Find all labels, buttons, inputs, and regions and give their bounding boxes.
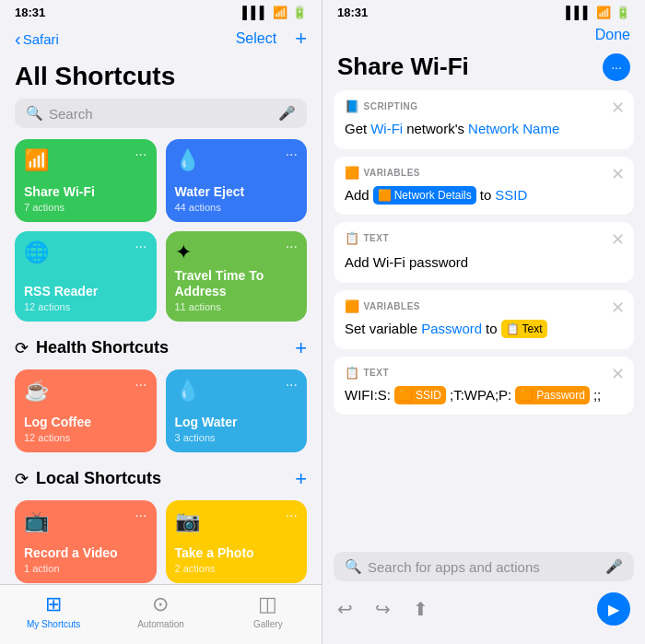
more-icon[interactable]: ··· (286, 146, 298, 163)
action-content: Get Wi-Fi network's Network Name (345, 119, 623, 140)
section-title: Health Shortcuts (36, 338, 169, 357)
battery-icon: 🔋 (616, 6, 630, 19)
search-icon: 🔍 (26, 105, 43, 122)
status-icons-right: ▌▌▌ 📶 🔋 (566, 6, 630, 19)
card-icon: ✦ (175, 240, 299, 264)
search-icon: 🔍 (345, 558, 362, 575)
undo-button[interactable]: ↩ (337, 598, 353, 620)
right-bottom-bar: ↩ ↪ ⬆ ▶ (322, 585, 645, 644)
badge-icon: 🟧 (520, 387, 534, 404)
card-subtitle: 12 actions (24, 301, 147, 312)
my-shortcuts-icon: ⊞ (45, 592, 62, 616)
card-subtitle: 7 actions (24, 202, 147, 213)
tab-my-shortcuts[interactable]: ⊞ My Shortcuts (0, 592, 107, 629)
badge-icon: 🟧 (399, 387, 413, 404)
text-icon: 📋 (345, 366, 360, 380)
play-icon: ▶ (608, 601, 619, 618)
more-icon[interactable]: ··· (135, 508, 147, 524)
card-subtitle: 3 actions (175, 432, 299, 443)
select-button[interactable]: Select (236, 30, 276, 47)
action-type-label: 🟧 VARIABLES (345, 299, 623, 313)
content-scroll: ··· 📶 Share Wi-Fi 7 actions ··· 💧 Water … (0, 139, 322, 584)
more-icon[interactable]: ··· (286, 239, 298, 255)
battery-icon: 🔋 (292, 6, 307, 19)
shortcut-card-record-video[interactable]: ··· 📺 Record a Video 1 action (15, 500, 157, 583)
more-icon[interactable]: ··· (286, 377, 298, 393)
variables-icon: 🟧 (345, 166, 360, 180)
close-button[interactable]: ✕ (611, 298, 625, 318)
close-button[interactable]: ✕ (611, 364, 625, 384)
add-shortcut-button[interactable]: + (295, 27, 307, 51)
scripting-icon: 📘 (345, 100, 360, 113)
shortcut-card-log-water[interactable]: ··· 💧 Log Water 3 actions (166, 369, 308, 452)
text-badge[interactable]: 📋 Text (501, 320, 547, 338)
signal-icon: ▌▌▌ (566, 6, 592, 19)
section-health-header: ⟳ Health Shortcuts + (15, 336, 307, 360)
action-type-label: 📋 TEXT (345, 231, 623, 245)
card-icon: 💧 (175, 148, 299, 172)
microphone-icon: 🎤 (605, 558, 623, 575)
card-icon: 📺 (24, 509, 147, 533)
nav-actions: Select + (236, 27, 307, 51)
card-subtitle: 1 action (24, 563, 147, 574)
section-icon: ⟳ (15, 469, 29, 489)
card-title: Take a Photo (175, 545, 299, 561)
section-add-button[interactable]: + (295, 336, 307, 360)
card-icon: 📷 (175, 509, 299, 533)
search-bar[interactable]: 🔍 Search 🎤 (15, 99, 307, 128)
shortcut-card-water-eject[interactable]: ··· 💧 Water Eject 44 actions (166, 139, 308, 222)
main-shortcuts-grid: ··· 📶 Share Wi-Fi 7 actions ··· 💧 Water … (15, 139, 307, 322)
action-type-label: 📘 SCRIPTING (345, 100, 623, 113)
action-type-label: 📋 TEXT (345, 366, 623, 380)
tab-gallery[interactable]: ◫ Gallery (215, 592, 322, 629)
page-title: All Shortcuts (0, 58, 322, 99)
share-button[interactable]: ⬆ (413, 598, 428, 620)
more-icon[interactable]: ··· (286, 508, 298, 524)
status-bar-left: 18:31 ▌▌▌ 📶 🔋 (0, 0, 322, 23)
action-type-label: 🟧 VARIABLES (345, 166, 623, 180)
section-add-button[interactable]: + (295, 467, 307, 491)
time-left: 18:31 (15, 6, 45, 19)
microphone-icon: 🎤 (278, 105, 296, 122)
ssid-badge[interactable]: 🟧 SSID (394, 386, 446, 404)
section-title: Local Shortcuts (36, 469, 161, 488)
actions-list: ✕ 📘 SCRIPTING Get Wi-Fi network's Networ… (322, 90, 645, 544)
shortcut-card-take-photo[interactable]: ··· 📷 Take a Photo 2 actions (166, 500, 308, 583)
shortcut-card-travel-time[interactable]: ··· ✦ Travel Time To Address 11 actions (166, 231, 308, 322)
signal-icon: ▌▌▌ (242, 6, 268, 19)
shortcut-card-log-coffee[interactable]: ··· ☕ Log Coffee 12 actions (15, 369, 157, 452)
card-title: Travel Time To Address (175, 268, 299, 299)
action-card-scripting: ✕ 📘 SCRIPTING Get Wi-Fi network's Networ… (334, 90, 634, 149)
shortcut-card-share-wifi[interactable]: ··· 📶 Share Wi-Fi 7 actions (15, 139, 157, 222)
more-options-button[interactable]: ··· (603, 53, 630, 81)
back-button[interactable]: Safari (15, 29, 59, 50)
bottom-action-icons: ↩ ↪ ⬆ (337, 598, 428, 620)
play-button[interactable]: ▶ (597, 592, 630, 626)
network-details-badge[interactable]: 🟧 Network Details (373, 186, 476, 205)
redo-button[interactable]: ↪ (375, 598, 391, 620)
right-panel: 18:31 ▌▌▌ 📶 🔋 space Done Share Wi-Fi ···… (322, 0, 645, 644)
done-button[interactable]: Done (595, 27, 630, 43)
more-icon[interactable]: ··· (135, 377, 147, 393)
card-icon: ☕ (24, 379, 147, 403)
right-search-bar[interactable]: 🔍 Search for apps and actions 🎤 (334, 552, 634, 581)
password-badge[interactable]: 🟧 Password (515, 386, 590, 404)
status-bar-right: 18:31 ▌▌▌ 📶 🔋 (322, 0, 645, 23)
card-title: RSS Reader (24, 284, 147, 299)
more-icon[interactable]: ··· (135, 146, 147, 163)
shortcut-card-rss-reader[interactable]: ··· 🌐 RSS Reader 12 actions (15, 231, 157, 322)
card-subtitle: 11 actions (175, 301, 299, 312)
action-card-variables-set: ✕ 🟧 VARIABLES Set variable Password to 📋… (334, 290, 634, 349)
tab-bar: ⊞ My Shortcuts ⊙ Automation ◫ Gallery (0, 584, 322, 644)
search-placeholder: Search (49, 106, 93, 122)
close-button[interactable]: ✕ (611, 98, 625, 118)
action-card-variables-add: ✕ 🟧 VARIABLES Add 🟧 Network Details to S… (334, 157, 634, 216)
badge-icon: 🟧 (378, 187, 392, 204)
close-button[interactable]: ✕ (611, 229, 625, 250)
nav-bar-right: space Done (322, 23, 645, 51)
close-button[interactable]: ✕ (611, 164, 625, 184)
tab-automation[interactable]: ⊙ Automation (107, 592, 214, 629)
right-page-title: Share Wi-Fi (337, 53, 469, 81)
more-icon[interactable]: ··· (135, 239, 147, 255)
tab-label: My Shortcuts (27, 619, 80, 629)
